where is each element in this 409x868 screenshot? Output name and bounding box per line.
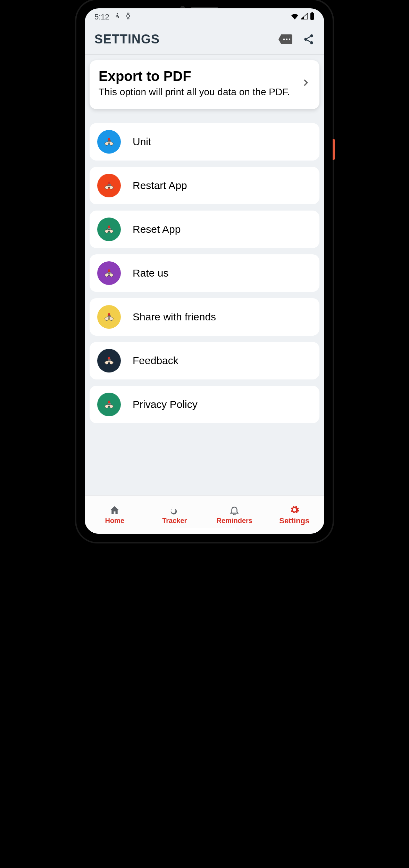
nav-label: Settings xyxy=(279,516,309,525)
svg-point-6 xyxy=(289,39,290,40)
setting-icon xyxy=(97,130,121,154)
content-area: Export to PDF This option will print all… xyxy=(85,55,324,496)
home-indicator[interactable] xyxy=(173,528,236,530)
svg-point-4 xyxy=(283,39,285,40)
setting-label: Unit xyxy=(133,136,151,148)
setting-item-privacy-policy[interactable]: Privacy Policy xyxy=(90,386,319,423)
home-icon xyxy=(109,505,120,515)
setting-item-restart-app[interactable]: Restart App xyxy=(90,167,319,204)
tracker-icon xyxy=(169,505,180,515)
app-bar: SETTINGS xyxy=(85,26,324,55)
chevron-right-icon xyxy=(301,75,310,92)
svg-rect-13 xyxy=(108,272,111,273)
svg-rect-12 xyxy=(108,228,111,229)
setting-label: Privacy Policy xyxy=(133,399,198,410)
setting-label: Reset App xyxy=(133,223,181,235)
svg-point-1 xyxy=(127,15,130,17)
svg-rect-10 xyxy=(108,140,111,142)
svg-point-5 xyxy=(286,39,287,40)
setting-label: Rate us xyxy=(133,267,168,279)
wifi-icon xyxy=(291,13,299,22)
setting-icon xyxy=(97,218,121,241)
signal-icon xyxy=(301,13,308,22)
svg-rect-3 xyxy=(311,12,313,13)
setting-label: Restart App xyxy=(133,180,187,191)
svg-point-7 xyxy=(310,34,313,38)
setting-icon xyxy=(97,261,121,285)
setting-label: Feedback xyxy=(133,355,178,367)
more-button[interactable] xyxy=(278,34,292,44)
setting-icon xyxy=(97,174,121,197)
setting-item-reset-app[interactable]: Reset App xyxy=(90,211,319,248)
svg-point-9 xyxy=(310,41,313,44)
svg-rect-11 xyxy=(108,184,111,186)
setting-item-share-with-friends[interactable]: Share with friends xyxy=(90,298,319,336)
setting-label: Share with friends xyxy=(133,311,216,323)
svg-point-8 xyxy=(304,38,307,41)
export-pdf-card[interactable]: Export to PDF This option will print all… xyxy=(90,60,319,109)
svg-rect-2 xyxy=(310,13,314,20)
share-button[interactable] xyxy=(303,33,315,45)
status-bar: 5:12 xyxy=(85,8,324,26)
nav-label: Reminders xyxy=(217,517,252,525)
svg-point-0 xyxy=(117,13,118,14)
walking-icon xyxy=(114,13,120,22)
page-title: SETTINGS xyxy=(94,32,160,47)
gear-icon xyxy=(289,505,300,515)
nav-label: Tracker xyxy=(162,517,187,525)
svg-rect-16 xyxy=(108,403,111,404)
setting-icon xyxy=(97,349,121,372)
nav-settings[interactable]: Settings xyxy=(265,496,325,534)
settings-list: UnitRestart AppReset AppRate usShare wit… xyxy=(90,123,319,423)
watch-icon xyxy=(125,13,132,22)
svg-rect-15 xyxy=(108,359,111,361)
setting-icon xyxy=(97,305,121,329)
nav-home[interactable]: Home xyxy=(85,496,145,534)
setting-item-feedback[interactable]: Feedback xyxy=(90,342,319,379)
setting-icon xyxy=(97,393,121,416)
status-time: 5:12 xyxy=(94,13,109,22)
setting-item-rate-us[interactable]: Rate us xyxy=(90,254,319,292)
bell-icon xyxy=(229,505,240,515)
nav-label: Home xyxy=(105,517,124,525)
setting-item-unit[interactable]: Unit xyxy=(90,123,319,161)
svg-rect-14 xyxy=(108,316,111,317)
battery-icon xyxy=(310,12,315,22)
export-title: Export to PDF xyxy=(99,68,294,84)
export-description: This option will print all you data on t… xyxy=(99,85,294,99)
